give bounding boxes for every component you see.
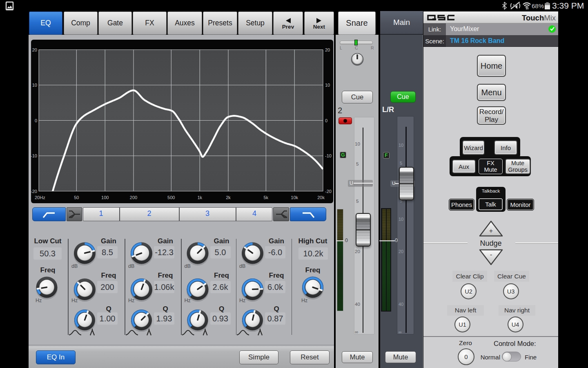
svg-text:+: + — [489, 227, 493, 234]
svg-text:-: - — [490, 251, 492, 258]
